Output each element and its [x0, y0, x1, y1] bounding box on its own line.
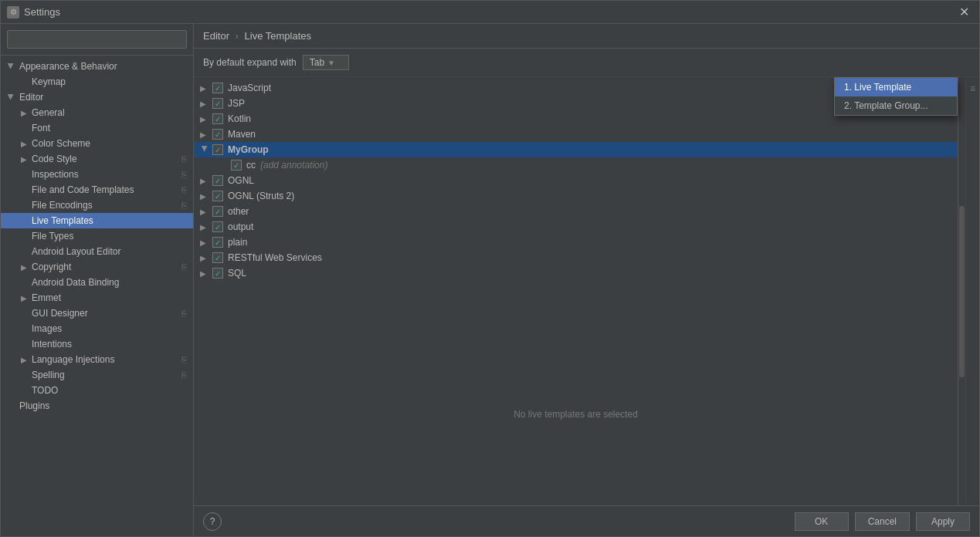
template-checkbox[interactable]: ✓ — [212, 221, 223, 232]
sidebar-item-color-scheme[interactable]: ▶ Color Scheme — [1, 136, 193, 151]
sidebar-item-inspections[interactable]: ▶ Inspections ⎘ — [1, 167, 193, 182]
template-item-cc[interactable]: ▶ ✓ cc (add annotation) — [194, 157, 958, 173]
template-checkbox[interactable]: ✓ — [212, 83, 223, 93]
template-checkbox[interactable]: ✓ — [212, 129, 223, 140]
template-group-maven[interactable]: ▶ ✓ Maven — [194, 127, 958, 142]
sidebar-item-label: GUI Designer — [32, 308, 88, 319]
template-group-plain[interactable]: ▶ ✓ plain — [194, 235, 958, 250]
title-bar: ⚙ Settings ✕ — [1, 1, 979, 24]
template-annotation: (add annotation) — [260, 160, 327, 171]
template-checkbox[interactable]: ✓ — [212, 98, 223, 109]
sidebar-item-file-templates[interactable]: ▶ File and Code Templates ⎘ — [1, 182, 193, 198]
chevron-down-icon: ▼ — [327, 59, 335, 67]
expand-arrow: ▶ — [7, 62, 16, 71]
template-group-label: Kotlin — [228, 113, 251, 124]
sidebar-item-language-injections[interactable]: ▶ Language Injections ⎘ — [1, 352, 193, 367]
breadcrumb-current: Live Templates — [245, 30, 311, 42]
sidebar-item-images[interactable]: ▶ Images — [1, 321, 193, 336]
popup-item-live-template[interactable]: 1. Live Template — [835, 78, 957, 96]
template-group-mygroup[interactable]: ▶ ✓ MyGroup — [194, 142, 958, 157]
breadcrumb-parent: Editor — [203, 30, 229, 42]
popup-item-template-group[interactable]: 2. Template Group... — [835, 96, 957, 115]
template-checkbox[interactable]: ✓ — [212, 206, 223, 217]
close-button[interactable]: ✕ — [955, 3, 973, 22]
expand-dropdown[interactable]: Tab ▼ — [303, 55, 349, 70]
expand-arrow: ▶ — [7, 93, 16, 102]
template-group-label: OGNL — [228, 175, 254, 186]
sidebar-item-label: File and Code Templates — [32, 184, 134, 195]
expand-arrow: ▶ — [200, 84, 209, 93]
sidebar-item-general[interactable]: ▶ General — [1, 105, 193, 120]
sidebar-item-file-encodings[interactable]: ▶ File Encodings ⎘ — [1, 198, 193, 213]
vertical-scrollbar[interactable] — [958, 77, 965, 505]
expand-arrow: ▶ — [200, 269, 209, 278]
template-group-sql[interactable]: ▶ ✓ SQL — [194, 265, 958, 281]
sidebar-item-label: Intentions — [32, 339, 72, 350]
template-group-label: Maven — [228, 129, 256, 140]
expand-arrow: ▶ — [200, 192, 209, 201]
template-group-label: MyGroup — [228, 144, 269, 155]
sidebar-item-android-layout[interactable]: ▶ Android Layout Editor — [1, 244, 193, 259]
copy-icon: ⎘ — [181, 309, 187, 318]
scrollbar-thumb[interactable] — [959, 206, 965, 377]
popup-item-label: 1. Live Template — [844, 82, 911, 93]
sidebar-item-label: General — [32, 107, 65, 118]
expand-arrow: ▶ — [200, 177, 209, 185]
expand-arrow: ▶ — [200, 100, 209, 108]
template-checkbox[interactable]: ✓ — [212, 191, 223, 201]
copy-icon: ⎘ — [181, 185, 187, 194]
sidebar-item-keymap[interactable]: ▶ Keymap — [1, 74, 193, 90]
sidebar-item-editor[interactable]: ▶ Editor — [1, 90, 193, 105]
ok-button[interactable]: OK — [795, 512, 849, 531]
sidebar-item-todo[interactable]: ▶ TODO — [1, 383, 193, 398]
template-checkbox[interactable]: ✓ — [231, 160, 242, 171]
cancel-button[interactable]: Cancel — [855, 512, 910, 531]
template-group-other[interactable]: ▶ ✓ other — [194, 204, 958, 219]
sidebar-item-spelling[interactable]: ▶ Spelling ⎘ — [1, 367, 193, 383]
template-checkbox[interactable]: ✓ — [212, 252, 223, 263]
apply-button[interactable]: Apply — [916, 512, 970, 531]
expand-arrow: ▶ — [200, 208, 209, 216]
sidebar-item-file-types[interactable]: ▶ File Types — [1, 228, 193, 244]
sidebar-item-appearance[interactable]: ▶ Appearance & Behavior — [1, 59, 193, 74]
expand-arrow: ▶ — [19, 293, 29, 302]
sidebar-item-label: File Types — [32, 231, 73, 241]
template-checkbox[interactable]: ✓ — [212, 175, 223, 186]
sidebar-item-live-templates[interactable]: ▶ Live Templates — [1, 213, 193, 228]
template-group-ognl-struts[interactable]: ▶ ✓ OGNL (Struts 2) — [194, 188, 958, 204]
sidebar-item-label: Live Templates — [32, 215, 93, 226]
sidebar-item-android-data[interactable]: ▶ Android Data Binding — [1, 275, 193, 290]
help-button[interactable]: ? — [203, 512, 222, 531]
sidebar-item-label: Keymap — [32, 76, 66, 87]
sidebar-item-code-style[interactable]: ▶ Code Style ⎘ — [1, 151, 193, 167]
expand-arrow: ▶ — [19, 355, 29, 364]
search-input[interactable] — [7, 30, 187, 49]
expand-arrow: ▶ — [200, 223, 209, 231]
expand-arrow: ▶ — [19, 108, 29, 117]
template-checkbox[interactable]: ✓ — [212, 237, 223, 248]
popup-menu: 1. Live Template 2. Template Group... — [834, 77, 958, 116]
sidebar-item-gui-designer[interactable]: ▶ GUI Designer ⎘ — [1, 306, 193, 321]
template-group-output[interactable]: ▶ ✓ output — [194, 219, 958, 235]
sidebar-item-copyright[interactable]: ▶ Copyright ⎘ — [1, 259, 193, 275]
sidebar-item-label: Appearance & Behavior — [19, 61, 117, 72]
sidebar-item-label: Language Injections — [32, 354, 114, 365]
window-title: Settings — [24, 6, 955, 18]
template-checkbox[interactable]: ✓ — [212, 268, 223, 279]
sidebar-item-plugins[interactable]: ▶ Plugins — [1, 398, 193, 414]
breadcrumb: Editor › Live Templates — [194, 24, 979, 49]
template-group-ognl[interactable]: ▶ ✓ OGNL — [194, 173, 958, 188]
template-item-label: cc — [246, 160, 256, 171]
copy-icon: ⎘ — [181, 262, 187, 272]
template-group-restful[interactable]: ▶ ✓ RESTful Web Services — [194, 250, 958, 265]
template-group-label: OGNL (Struts 2) — [228, 191, 294, 201]
expand-arrow: ▶ — [19, 139, 29, 148]
template-checkbox[interactable]: ✓ — [212, 144, 223, 155]
expand-arrow: ▶ — [200, 254, 209, 262]
sidebar-item-font[interactable]: ▶ Font — [1, 120, 193, 136]
template-group-label: output — [228, 221, 253, 232]
sidebar-item-intentions[interactable]: ▶ Intentions — [1, 336, 193, 352]
template-checkbox[interactable]: ✓ — [212, 113, 223, 124]
sidebar-item-emmet[interactable]: ▶ Emmet — [1, 290, 193, 306]
note-icon: ≡ — [970, 83, 975, 94]
